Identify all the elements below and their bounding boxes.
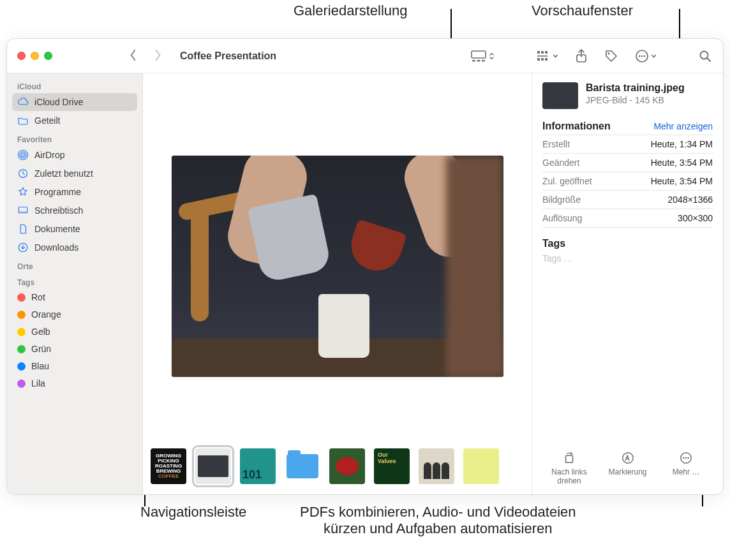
thumbnail-item-selected[interactable] xyxy=(195,448,231,484)
sidebar-item-label: Geteilt xyxy=(34,115,60,126)
forward-button[interactable] xyxy=(154,49,162,63)
close-window-button[interactable] xyxy=(17,52,26,60)
svg-rect-0 xyxy=(472,51,486,58)
thumbnail-item[interactable] xyxy=(419,448,454,484)
svg-point-14 xyxy=(639,55,641,57)
svg-rect-9 xyxy=(541,58,544,61)
applications-icon xyxy=(17,186,29,198)
callout-more-actions: PDFs kombinieren, Audio- und Videodateie… xyxy=(300,504,576,537)
tag-dot-icon xyxy=(17,345,26,353)
info-key: Auflösung xyxy=(542,213,582,223)
inspector-subtitle: JPEG-Bild - 145 KB xyxy=(586,95,685,105)
sidebar-item-icloud-drive[interactable]: iCloud Drive xyxy=(12,93,137,111)
sidebar-tag-green[interactable]: Grün xyxy=(12,341,137,357)
svg-rect-8 xyxy=(537,58,540,61)
more-icon xyxy=(679,451,693,465)
inspector-actions: Nach links drehen Markierung Mehr … xyxy=(542,448,713,488)
info-key: Geändert xyxy=(542,158,579,168)
svg-point-12 xyxy=(607,52,609,54)
sidebar-item-recents[interactable]: Zuletzt benutzt xyxy=(12,165,137,182)
sidebar-item-label: Gelb xyxy=(31,327,50,337)
action-markup[interactable]: Markierung xyxy=(601,451,655,485)
inspector-tags-header: Tags xyxy=(542,238,713,249)
svg-point-30 xyxy=(687,457,689,459)
folder-icon xyxy=(287,454,318,478)
inspector-info-header: Informationen xyxy=(542,121,611,132)
sidebar-tag-blue[interactable]: Blau xyxy=(12,358,137,374)
sidebar-item-documents[interactable]: Dokumente xyxy=(12,220,137,238)
thumbnail-item[interactable]: GROWINGPICKINGROASTINGBREWINGCOFFEE xyxy=(151,448,186,484)
sidebar-item-label: Grün xyxy=(31,344,51,354)
svg-point-29 xyxy=(685,457,687,459)
sidebar-tag-red[interactable]: Rot xyxy=(12,289,137,306)
thumbnail-item[interactable]: OurValues xyxy=(374,448,410,484)
content-area: GROWINGPICKINGROASTINGBREWINGCOFFEE 101 … xyxy=(143,73,723,494)
svg-point-18 xyxy=(22,154,25,157)
sidebar-tag-orange[interactable]: Orange xyxy=(12,306,137,323)
more-toolbar-button[interactable] xyxy=(631,47,660,66)
action-more[interactable]: Mehr … xyxy=(659,451,713,485)
back-button[interactable] xyxy=(129,49,137,63)
sidebar-item-label: Downloads xyxy=(34,242,78,253)
sidebar-header-tags: Tags xyxy=(12,273,137,288)
sidebar-item-downloads[interactable]: Downloads xyxy=(12,239,137,256)
desktop-icon xyxy=(17,205,29,216)
tag-dot-icon xyxy=(17,379,26,388)
svg-point-16 xyxy=(644,55,646,57)
view-mode-gallery-button[interactable] xyxy=(466,48,498,64)
info-value: 300×300 xyxy=(678,213,713,223)
callout-nav-bar: Navigationsleiste xyxy=(140,504,246,520)
svg-rect-4 xyxy=(537,51,540,54)
sidebar-item-label: Lila xyxy=(31,378,45,388)
sidebar-item-airdrop[interactable]: AirDrop xyxy=(12,146,137,164)
svg-rect-23 xyxy=(19,211,27,213)
svg-point-17 xyxy=(701,51,708,59)
svg-point-19 xyxy=(20,152,26,158)
inspector-show-more[interactable]: Mehr anzeigen xyxy=(653,121,713,131)
sidebar-tag-yellow[interactable]: Gelb xyxy=(12,323,137,340)
callout-gallery-view: Galeriedarstellung xyxy=(294,3,408,19)
tags-button[interactable] xyxy=(600,47,622,66)
shared-folder-icon xyxy=(17,115,29,126)
sidebar-item-shared[interactable]: Geteilt xyxy=(12,112,137,129)
documents-icon xyxy=(17,223,29,235)
callout-preview-pane: Vorschaufenster xyxy=(532,3,633,19)
inspector-filename: Barista training.jpeg xyxy=(586,82,685,94)
svg-rect-6 xyxy=(545,51,548,54)
sidebar-tag-purple[interactable]: Lila xyxy=(12,375,137,392)
thumbnail-item[interactable] xyxy=(463,448,499,484)
preview-image[interactable] xyxy=(172,156,503,377)
thumbnail-item-folder[interactable] xyxy=(285,448,320,484)
info-value: Heute, 3:54 PM xyxy=(651,176,713,186)
thumbnail-item[interactable] xyxy=(329,448,365,484)
sidebar-item-label: Orange xyxy=(31,309,61,320)
action-rotate-left[interactable]: Nach links drehen xyxy=(542,451,596,485)
svg-rect-10 xyxy=(545,58,548,61)
thumbnail-strip: GROWINGPICKINGROASTINGBREWINGCOFFEE 101 … xyxy=(143,446,532,494)
search-button[interactable] xyxy=(695,47,715,65)
info-value: 2048×1366 xyxy=(668,195,713,205)
minimize-window-button[interactable] xyxy=(31,52,39,60)
info-value: Heute, 1:34 PM xyxy=(651,139,713,149)
cloud-icon xyxy=(17,96,29,108)
group-by-button[interactable] xyxy=(533,48,562,64)
gallery-preview xyxy=(143,73,532,446)
svg-point-15 xyxy=(641,55,643,57)
sidebar-header-favorites: Favoriten xyxy=(12,130,137,145)
share-button[interactable] xyxy=(571,47,592,66)
sidebar-item-applications[interactable]: Programme xyxy=(12,183,137,201)
thumbnail-item[interactable]: 101 xyxy=(240,448,276,484)
action-label: Mehr … xyxy=(673,468,700,476)
info-value: Heute, 3:54 PM xyxy=(651,158,713,168)
sidebar-item-label: iCloud Drive xyxy=(34,97,83,107)
action-label: Nach links drehen xyxy=(542,468,596,485)
sidebar-item-desktop[interactable]: Schreibtisch xyxy=(12,202,137,219)
svg-rect-3 xyxy=(482,60,485,61)
sidebar-item-label: Dokumente xyxy=(34,224,80,234)
inspector-tags-input[interactable]: Tags … xyxy=(542,253,713,263)
svg-point-28 xyxy=(683,457,684,459)
airdrop-icon xyxy=(17,149,29,161)
toolbar: Coffee Presentation xyxy=(7,39,723,73)
action-label: Markierung xyxy=(608,468,646,476)
zoom-window-button[interactable] xyxy=(44,52,52,60)
